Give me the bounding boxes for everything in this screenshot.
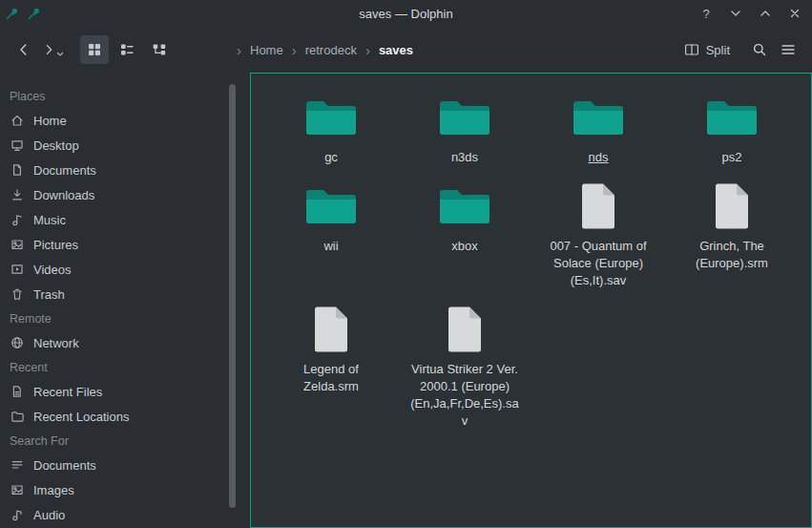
network-icon <box>10 335 25 350</box>
split-button[interactable]: Split <box>677 35 738 64</box>
search-button[interactable] <box>745 35 774 64</box>
folder-icon <box>303 180 359 233</box>
menu-button[interactable] <box>774 35 802 64</box>
pin-icon <box>28 7 41 20</box>
sidebar-item-label: Network <box>33 336 79 350</box>
folder-icon <box>437 180 492 233</box>
audio-icon <box>10 507 25 522</box>
file-item-grinch-the-europe-srm[interactable]: Grinch, The (Europe).srm <box>668 180 796 272</box>
details-view-button[interactable] <box>113 35 141 64</box>
item-name: nds <box>589 149 609 166</box>
item-name: Grinch, The (Europe).srm <box>676 238 788 272</box>
sidebar-item-audio[interactable]: Audio <box>0 502 250 527</box>
folder-item-gc[interactable]: gc <box>267 91 395 166</box>
sidebar-item-desktop[interactable]: Desktop <box>0 133 250 158</box>
main-area: PlacesHomeDesktopDocumentsDownloadsMusic… <box>0 73 812 528</box>
sidebar-item-label: Recent Files <box>33 385 102 399</box>
item-name: wii <box>323 238 338 255</box>
doc-list-icon <box>10 457 25 473</box>
sidebar-scrollbar[interactable] <box>229 84 236 508</box>
sidebar-section-remote: Remote <box>0 306 250 330</box>
video-icon <box>10 262 25 277</box>
item-name: n3ds <box>451 149 478 166</box>
sidebar-item-label: Documents <box>33 458 96 473</box>
breadcrumb-item-saves[interactable]: saves <box>379 43 413 57</box>
breadcrumb-separator-icon: › <box>292 43 297 57</box>
file-item-legend-of-zelda-srm[interactable]: Legend of Zelda.srm <box>267 303 395 395</box>
item-name: Legend of Zelda.srm <box>275 361 387 395</box>
breadcrumb-item-home[interactable]: Home <box>250 43 283 57</box>
sidebar-item-downloads[interactable]: Downloads <box>0 182 250 207</box>
sidebar-item-documents[interactable]: Documents <box>0 453 250 477</box>
minimize-button[interactable] <box>728 6 743 21</box>
breadcrumb: ›Home›retrodeck›saves <box>237 43 413 57</box>
file-item-007-quantum-of-solace-europe-es-it-sav[interactable]: 007 - Quantum of Solace (Europe) (Es,It)… <box>534 180 662 289</box>
forward-icon <box>42 43 55 56</box>
document-icon <box>10 162 25 178</box>
sidebar-item-label: Music <box>33 213 66 227</box>
sidebar-item-label: Documents <box>33 163 96 178</box>
file-grid: gcn3dsndsps2wiixbox007 - Quantum of Sola… <box>251 74 811 430</box>
folder-icon <box>303 91 359 144</box>
titlebar-left-icons <box>6 0 41 27</box>
sidebar-item-label: Videos <box>33 263 72 277</box>
maximize-button[interactable] <box>758 6 773 21</box>
icons-view-button[interactable] <box>80 35 109 64</box>
home-icon <box>10 113 25 128</box>
folder-icon <box>704 91 760 144</box>
sidebar-section-search-for: Search For <box>0 429 250 453</box>
sidebar-item-recent-locations[interactable]: Recent Locations <box>0 404 250 429</box>
sidebar-item-label: Trash <box>33 287 65 302</box>
split-icon <box>684 42 699 57</box>
close-button[interactable] <box>787 6 802 21</box>
help-button[interactable]: ? <box>698 6 714 21</box>
breadcrumb-separator-icon: › <box>237 43 241 57</box>
folder-item-nds[interactable]: nds <box>534 91 662 166</box>
places-panel: PlacesHomeDesktopDocumentsDownloadsMusic… <box>0 73 250 528</box>
file-icon <box>713 180 751 233</box>
sidebar-item-documents[interactable]: Documents <box>0 158 250 182</box>
folder-item-ps2[interactable]: ps2 <box>668 91 796 166</box>
sidebar-item-videos[interactable]: Videos <box>0 257 250 282</box>
pin-icon <box>6 7 19 20</box>
download-icon <box>10 187 25 202</box>
tree-view-button[interactable] <box>145 35 174 64</box>
toolbar: ›Home›retrodeck›saves Split <box>0 27 812 73</box>
forward-button[interactable] <box>38 35 67 64</box>
item-name: gc <box>324 149 338 166</box>
folder-item-wii[interactable]: wii <box>267 180 395 255</box>
sidebar-item-music[interactable]: Music <box>0 207 250 232</box>
sidebar-item-recent-files[interactable]: Recent Files <box>0 379 250 404</box>
sidebar-item-pictures[interactable]: Pictures <box>0 232 250 257</box>
folder-icon <box>571 91 626 144</box>
sidebar-item-label: Desktop <box>33 138 79 153</box>
folder-item-n3ds[interactable]: n3ds <box>401 91 529 166</box>
recent-file-icon <box>10 384 25 399</box>
sidebar-item-label: Pictures <box>33 238 78 252</box>
file-icon <box>446 303 484 356</box>
trash-icon <box>10 286 25 302</box>
folder-item-xbox[interactable]: xbox <box>401 180 529 255</box>
sidebar-item-label: Downloads <box>33 188 94 202</box>
recent-location-icon <box>10 409 25 424</box>
folder-view[interactable]: gcn3dsndsps2wiixbox007 - Quantum of Sola… <box>250 73 812 528</box>
sidebar-item-label: Audio <box>33 508 65 522</box>
desktop-icon <box>10 137 25 153</box>
dolphin-window: saves — Dolphin ? ›Home›retrodeck›saves … <box>0 0 812 528</box>
breadcrumb-item-retrodeck[interactable]: retrodeck <box>305 43 357 57</box>
back-button[interactable] <box>10 35 38 64</box>
sidebar-item-home[interactable]: Home <box>0 108 250 133</box>
titlebar[interactable]: saves — Dolphin ? <box>0 0 812 27</box>
file-icon <box>312 303 350 356</box>
image-icon <box>10 482 25 497</box>
sidebar-item-trash[interactable]: Trash <box>0 282 250 306</box>
sidebar-sections: PlacesHomeDesktopDocumentsDownloadsMusic… <box>0 84 250 527</box>
image-icon <box>10 237 25 252</box>
file-item-virtua-striker-2-ver-2000-1-europe-en-ja-fr-de-es-sav[interactable]: Virtua Striker 2 Ver. 2000.1 (Europe) (E… <box>401 303 529 430</box>
sidebar-item-images[interactable]: Images <box>0 477 250 502</box>
sidebar-item-network[interactable]: Network <box>0 330 250 355</box>
item-name: ps2 <box>722 149 742 166</box>
item-name: Virtua Striker 2 Ver. 2000.1 (Europe) (E… <box>408 361 521 430</box>
window-controls: ? <box>698 0 802 27</box>
music-icon <box>10 212 25 227</box>
